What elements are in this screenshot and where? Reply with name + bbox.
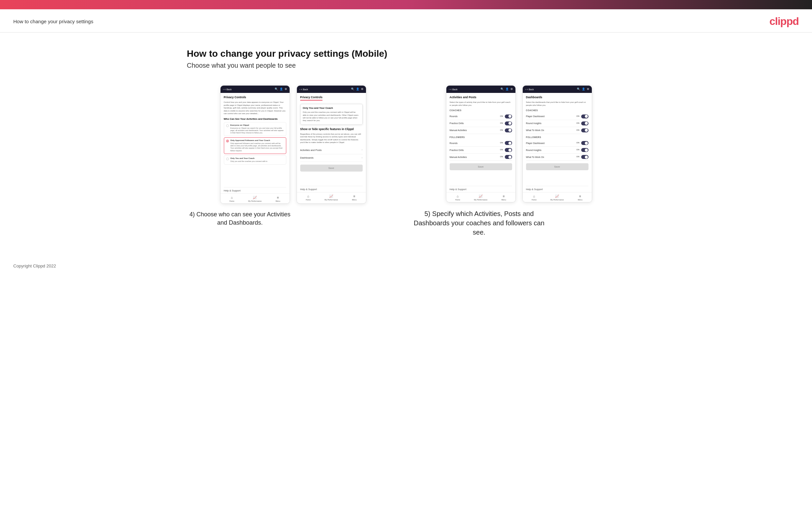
toggle-label-rounds-c: Rounds [450,115,458,118]
search-icon-1[interactable]: 🔍 [275,88,278,91]
home-label-2: Home [306,199,311,201]
radio-desc-everyone: Everyone on Clippd can search for you an… [231,127,284,134]
toggle-ri-f[interactable] [581,148,589,152]
toggle-player-dash-followers: Player Dashboard ON [526,140,589,147]
popup-2: Only You and Your Coach Only you and the… [300,104,363,124]
toggle-drills-followers: Practice Drills ON [450,147,512,154]
columns-layout: ‹ < Back 🔍 👤 ⚙ Privacy Controls Control … [187,85,625,237]
settings-icon-3[interactable]: ⚙ [510,88,513,91]
nav-icons-2: 🔍 👤 ⚙ [351,88,363,91]
toggle-wtw-f[interactable] [581,155,589,159]
toggle-label-pd-c: Player Dashboard [526,115,545,118]
search-icon-3[interactable]: 🔍 [501,88,504,91]
toggle-label-ri-c: Round Insights [526,122,542,125]
screenshot-4: ‹ < Back 🔍 👤 ⚙ Dashboards Select the das… [522,85,592,203]
nav-performance-3[interactable]: 📈 My Performance [469,194,492,201]
nav-performance-1[interactable]: 📈 My Performance [244,195,266,203]
radio-approved[interactable]: Only Approved Followers and Your Coach O… [224,137,286,154]
save-button-3[interactable]: Save [450,163,512,170]
copyright: Copyright Clippd 2022 [13,264,56,269]
toggle-manual-c[interactable] [505,128,512,132]
toggle-wtw-c[interactable] [581,128,589,132]
back-chevron-icon-4: ‹ [525,88,526,91]
privacy-tab[interactable]: Privacy Controls [300,96,323,101]
toggle-manual-f[interactable] [505,155,512,159]
nav-menu-2[interactable]: ≡ Menu [343,194,366,201]
phone-content-4: Dashboards Select the dashboards that yo… [523,93,592,186]
performance-icon-2: 📈 [329,194,333,199]
toggle-right-manual-f: ON [500,155,512,159]
search-icon-4[interactable]: 🔍 [577,88,580,91]
toggle-drills-coaches: Practice Drills ON [450,120,512,127]
page-title: How to change your privacy settings (Mob… [187,48,625,59]
performance-label-3: My Performance [474,199,487,201]
toggle-rounds-f[interactable] [505,141,512,145]
nav-performance-2[interactable]: 📈 My Performance [320,194,343,201]
toggle-pd-f[interactable] [581,141,589,145]
right-screenshots: ‹ < Back 🔍 👤 ⚙ Activities and Posts Sele… [413,85,625,203]
home-label-4: Home [532,199,537,201]
back-button-3[interactable]: ‹ < Back [449,88,458,91]
back-chevron-icon-2: ‹ [300,88,300,91]
toggle-label-drills-c: Practice Drills [450,122,464,125]
nav-home-2[interactable]: ⌂ Home [297,194,320,201]
toggle-ri-c[interactable] [581,121,589,125]
toggle-player-dash-coaches: Player Dashboard ON [526,113,589,120]
person-icon-4[interactable]: 👤 [582,88,585,91]
phone-nav-3: ‹ < Back 🔍 👤 ⚙ [446,86,515,93]
back-label-2: < Back [301,88,308,91]
save-button-4[interactable]: Save [526,163,589,170]
nav-menu-1[interactable]: ≡ Menu [266,195,289,203]
help-text-4: Help & Support [526,186,589,192]
toggle-right-drills-c: ON [500,121,512,125]
settings-icon-2[interactable]: ⚙ [361,88,363,91]
menu-icon-2: ≡ [353,194,355,199]
back-label-1: < Back [224,88,232,91]
radio-you-coach[interactable]: Only You and Your Coach Only you and the… [224,155,286,165]
settings-icon-4[interactable]: ⚙ [587,88,589,91]
toggle-manual-coaches: Manual Activities ON [450,127,512,134]
toggle-drills-c[interactable] [505,121,512,125]
menu-label-dashboards: Dashboards [300,156,313,160]
toggle-manual-followers: Manual Activities ON [450,154,512,161]
nav-home-1[interactable]: ⌂ Home [220,195,244,203]
person-icon-2[interactable]: 👤 [356,88,359,91]
toggle-right-pd-c: ON [576,114,589,118]
feature-text-2: Regardless of the privacy controls that … [300,133,363,144]
header: How to change your privacy settings clip… [0,9,812,33]
nav-home-4[interactable]: ⌂ Home [523,194,546,201]
toggle-drills-f[interactable] [505,148,512,152]
logo: clippd [769,15,799,27]
menu-activities[interactable]: Activities and Posts › [300,146,363,154]
settings-icon-1[interactable]: ⚙ [285,88,287,91]
toggle-on-rounds-f: ON [500,142,503,144]
radio-everyone[interactable]: Everyone on Clippd Everyone on Clippd ca… [224,122,286,136]
home-icon-3: ⌂ [457,194,459,199]
search-icon-2[interactable]: 🔍 [351,88,354,91]
person-icon-3[interactable]: 👤 [505,88,509,91]
nav-menu-4[interactable]: ≡ Menu [568,194,592,201]
back-button-4[interactable]: ‹ < Back [525,88,534,91]
toggle-right-ri-f: ON [576,148,589,152]
screenshot-2: ‹ < Back 🔍 👤 ⚙ Privacy Control [297,85,366,204]
performance-label-2: My Performance [324,199,338,201]
save-button-2[interactable]: Save [300,165,363,172]
radio-desc-approved: Only approved followers and coaches you … [231,143,284,152]
toggle-rounds-c[interactable] [505,114,512,118]
help-text-3: Help & Support [450,186,512,192]
menu-label-2: Menu [352,199,357,201]
radio-label-everyone: Everyone on Clippd [231,124,284,127]
back-button-1[interactable]: ‹ < Back [223,88,232,91]
person-icon-1[interactable]: 👤 [280,88,283,91]
nav-home-3[interactable]: ⌂ Home [446,194,469,201]
nav-menu-3[interactable]: ≡ Menu [492,194,515,201]
menu-dashboards[interactable]: Dashboards › [300,154,363,162]
menu-icon-1: ≡ [277,195,279,200]
home-icon-4: ⌂ [533,194,535,199]
toggle-rounds-coaches: Rounds ON [450,113,512,120]
arrow-dashboards: › [362,156,363,160]
nav-performance-4[interactable]: 📈 My Performance [546,194,568,201]
back-button-2[interactable]: ‹ < Back [300,88,308,91]
toggle-pd-c[interactable] [581,114,589,118]
phone-nav-2: ‹ < Back 🔍 👤 ⚙ [297,86,366,93]
